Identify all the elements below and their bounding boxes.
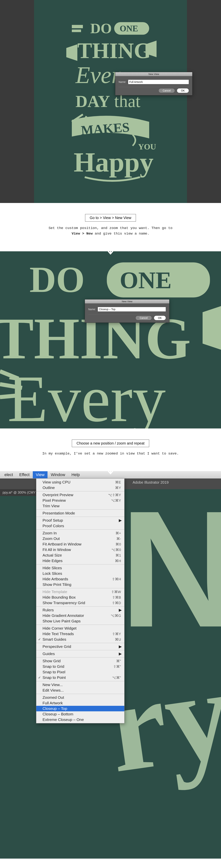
menu-item-label: View using CPU: [42, 480, 111, 485]
menu-item[interactable]: Actual Size⌘1: [36, 553, 124, 558]
menu-shortcut: ⌘-: [113, 536, 121, 541]
menu-item[interactable]: Fit All in Window⌥⌘0: [36, 547, 124, 553]
menu-shortcut: ⌥⇧⌘Y: [104, 493, 121, 497]
new-view-dialog-2: New View Name: Cancel OK: [85, 299, 170, 323]
menu-shortcut: ⌘0: [112, 542, 121, 547]
name-input[interactable]: [98, 307, 166, 312]
menu-item[interactable]: Show Grid⌘": [36, 658, 124, 664]
menu-item-label: Pixel Preview: [42, 498, 107, 503]
menu-item-label: Trim View: [42, 504, 121, 508]
check-icon: ✓: [38, 676, 41, 680]
menu-item-label: Zoomed Out: [42, 695, 121, 700]
menu-item[interactable]: Hide Edges⌘H: [36, 558, 124, 563]
menu-item-label: Show Live Paint Gaps: [42, 619, 121, 623]
dialog-title: New View: [85, 300, 169, 304]
menu-item[interactable]: Presentation Mode: [36, 510, 124, 516]
menu-item[interactable]: Zoom Out⌘-: [36, 536, 124, 541]
menu-item[interactable]: Closeup – Bottom: [36, 711, 124, 717]
caption-line1: Set the custom position, and zoom that y…: [49, 226, 173, 230]
menu-item-label: Proof Setup: [42, 518, 121, 523]
zoomed-lettering: DO ONE THING Every: [0, 251, 221, 429]
menu-item[interactable]: Rulers▶: [36, 607, 124, 613]
menu-item[interactable]: Trim View: [36, 503, 124, 509]
menu-help[interactable]: Help: [69, 471, 83, 478]
menu-item[interactable]: Show Transparency Grid⇧⌘D: [36, 600, 124, 606]
menu-item-label: Hide Corner Widget: [42, 626, 121, 630]
menu-item[interactable]: Edit Views...: [36, 687, 124, 693]
menu-item[interactable]: ✓Snap to Point⌥⌘": [36, 675, 124, 680]
menu-select[interactable]: elect: [1, 471, 16, 478]
check-icon: ✓: [38, 637, 41, 642]
menu-item[interactable]: Zoom In⌘+: [36, 530, 124, 536]
caption-line: In my example, I've set a new zoomed in …: [42, 452, 179, 456]
menu-view[interactable]: View: [33, 471, 47, 478]
menu-item-label: Guides: [42, 652, 121, 656]
menu-item: Hide Template⇧⌘W: [36, 589, 124, 594]
menu-item-label: Hide Bounding Box: [42, 595, 108, 599]
menu-window[interactable]: Window: [48, 471, 68, 478]
name-input[interactable]: [128, 80, 189, 84]
caption-line2-bold: View > New: [72, 231, 93, 236]
menu-item-label: Actual Size: [42, 553, 112, 557]
caption-line2-rest: and give this view a name.: [93, 231, 149, 236]
menu-item-label: Extreme Closeup – One: [42, 717, 121, 722]
menu-item[interactable]: Hide Text Threads⇧⌘Y: [36, 631, 124, 637]
menu-item[interactable]: Proof Colors: [36, 523, 124, 529]
ok-button[interactable]: OK: [177, 88, 189, 93]
menu-item-label: Show Print Tiling: [42, 582, 121, 587]
menu-item[interactable]: Extreme Closeup – One: [36, 717, 124, 722]
menu-item[interactable]: Zoomed Out: [36, 695, 124, 700]
ok-button[interactable]: OK: [154, 315, 166, 320]
menu-item[interactable]: Show Print Tiling: [36, 582, 124, 587]
cancel-button[interactable]: Cancel: [135, 315, 152, 320]
caption-section-1: Go to > View > New View Set the custom p…: [0, 203, 221, 251]
menu-shortcut: ⌘H: [111, 559, 121, 563]
menu-shortcut: ⌥⌘G: [107, 614, 121, 618]
menu-item[interactable]: Hide Slices: [36, 565, 124, 571]
menu-item[interactable]: Snap to Grid⇧⌘": [36, 664, 124, 669]
menu-item-label: Hide Edges: [42, 559, 111, 563]
menu-item[interactable]: Hide Artboards⇧⌘H: [36, 576, 124, 582]
menu-item[interactable]: Closeup – Top: [36, 706, 124, 711]
menu-item[interactable]: Proof Setup▶: [36, 518, 124, 523]
menu-item[interactable]: New View...: [36, 682, 124, 687]
menu-item-label: Fit Artboard in Window: [42, 542, 112, 547]
caption-title: Choose a new position / zoom and repeat: [72, 439, 149, 447]
menu-item[interactable]: Outline⌘Y: [36, 485, 124, 491]
svg-text:Happy: Happy: [74, 147, 154, 178]
caption-section-2: Choose a new position / zoom and repeat …: [0, 429, 221, 471]
menu-item-label: Snap to Pixel: [42, 670, 121, 674]
menu-shortcut: ⌘1: [112, 553, 121, 557]
submenu-arrow-icon: ▶: [119, 518, 122, 523]
menu-item[interactable]: Hide Corner Widget: [36, 625, 124, 631]
svg-text:DO: DO: [30, 259, 85, 300]
menu-item[interactable]: Hide Gradient Annotator⌥⌘G: [36, 613, 124, 618]
menu-item[interactable]: Full Artwork: [36, 700, 124, 706]
menu-item[interactable]: Lock Slices: [36, 571, 124, 576]
menu-shortcut: ⇧⌘W: [108, 590, 121, 594]
cancel-button[interactable]: Cancel: [158, 88, 175, 93]
document-tab[interactable]: ppy.ai* @ 300% (CMY: [0, 489, 38, 496]
menu-item-label: Proof Colors: [42, 524, 121, 528]
menu-item[interactable]: Fit Artboard in Window⌘0: [36, 541, 124, 547]
svg-text:MAKES: MAKES: [80, 120, 130, 138]
menu-shortcut: ⇧⌘H: [108, 577, 121, 581]
submenu-arrow-icon: ▶: [119, 644, 122, 649]
menu-item-label: Perspective Grid: [42, 644, 121, 649]
menu-item[interactable]: Pixel Preview⌥⌘Y: [36, 498, 124, 503]
menu-item[interactable]: View using CPU⌘E: [36, 479, 124, 485]
menu-item[interactable]: Show Live Paint Gaps: [36, 618, 124, 624]
menu-item[interactable]: Snap to Pixel: [36, 669, 124, 675]
menu-item[interactable]: Overprint Preview⌥⇧⌘Y: [36, 492, 124, 498]
menu-item[interactable]: ✓Smart Guides⌘U: [36, 637, 124, 642]
menu-item[interactable]: Perspective Grid▶: [36, 644, 124, 649]
menu-item[interactable]: Guides▶: [36, 651, 124, 656]
menu-item-label: Hide Template: [42, 590, 108, 594]
menu-item[interactable]: Hide Bounding Box⇧⌘B: [36, 594, 124, 600]
menu-shortcut: ⇧⌘Y: [108, 632, 121, 636]
menu-shortcut: ⌘+: [112, 531, 121, 535]
menu-effect[interactable]: Effect: [16, 471, 32, 478]
screenshot-zoomed: DO ONE THING Every New View Name: Cancel…: [0, 251, 221, 429]
svg-text:THING: THING: [77, 38, 151, 63]
menu-item-label: Outline: [42, 486, 111, 490]
